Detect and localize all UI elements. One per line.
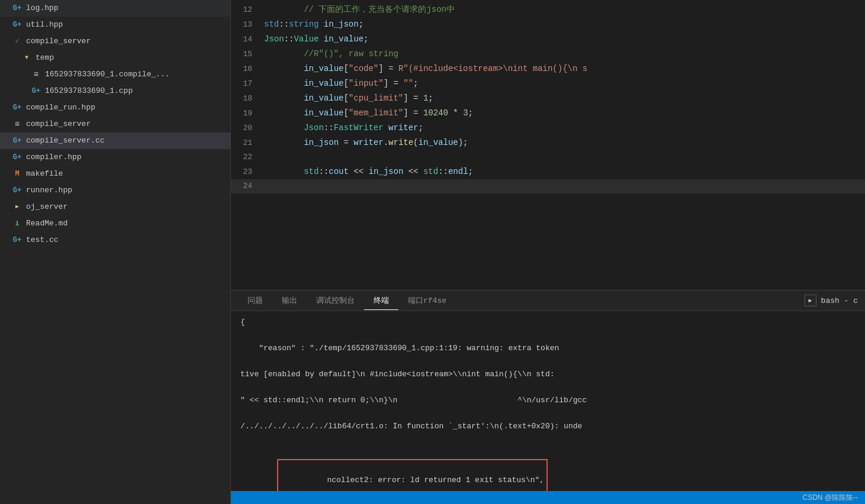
tab-debug-label: 调试控制台 — [316, 296, 355, 305]
line-num-19: 19 — [236, 106, 264, 121]
code-line-16: 16 in_value["code"] = R"(#include<iostre… — [231, 62, 865, 76]
sidebar-label-compile-file-1: 1652937833690_1.compile_... — [45, 68, 170, 81]
chevron-down-icon: ▼ — [21, 53, 32, 63]
code-line-18: 18 in_value["cpu_limit"] = 1; — [231, 91, 865, 106]
tab-problems-label: 问题 — [247, 296, 263, 305]
terminal-line-6-text: ncollect2: error: ld returned 1 exit sta… — [327, 476, 544, 484]
tab-problems[interactable]: 问题 — [238, 292, 272, 310]
chevron-right-icon: ▶ — [12, 202, 22, 212]
line-content-18: in_value["cpu_limit"] = 1; — [264, 91, 860, 105]
sidebar-label-util-hpp: util.hpp — [26, 18, 63, 31]
line-num-24: 24 — [236, 179, 264, 193]
tab-terminal-label: 终端 — [374, 296, 389, 305]
csdn-label: CSDN @陈陈陈-- — [802, 493, 858, 503]
sidebar-label-compile-run-hpp: compile_run.hpp — [26, 101, 95, 114]
line-content-17: in_value["input"] = ""; — [264, 76, 860, 91]
status-bar: CSDN @陈陈陈-- — [231, 491, 865, 504]
bash-label: bash - c — [821, 296, 858, 305]
line-num-21: 21 — [236, 136, 264, 150]
terminal-content[interactable]: { "reason" : "./temp/1652937833690_1.cpp… — [231, 311, 865, 491]
terminal-line-2: "reason" : "./temp/1652937833690_1.cpp:1… — [240, 342, 856, 355]
sidebar-item-compile-run-hpp[interactable]: G+ compile_run.hpp — [0, 99, 230, 116]
editor-area: 12 // 下面的工作，充当各个请求的json中 13 std::string … — [231, 0, 865, 290]
terminal-line-4: " << std::endl;\\n return 0;\\n}\n ^\n/u… — [240, 394, 856, 407]
tab-ports[interactable]: 端口rf4se — [398, 292, 456, 310]
sidebar-item-temp-folder[interactable]: ▼ temp — [0, 50, 230, 66]
terminal-line-6: ncollect2: error: ld returned 1 exit sta… — [240, 446, 856, 491]
line-num-20: 20 — [236, 121, 264, 135]
line-num-17: 17 — [236, 77, 264, 91]
code-line-14: 14 Json::Value in_value; — [231, 32, 865, 47]
sidebar-item-compile-server-cc[interactable]: G+ compile_server.cc — [0, 133, 230, 149]
code-line-20: 20 Json::FastWriter writer; — [231, 121, 865, 135]
sidebar-item-util-hpp[interactable]: G+ util.hpp — [0, 17, 230, 33]
panel-right-controls: ▶ bash - c — [805, 295, 858, 306]
sidebar-label-cpp-file-1: 1652937833690_1.cpp — [45, 85, 133, 98]
tab-output[interactable]: 输出 — [272, 292, 307, 310]
line-content-12: // 下面的工作，充当各个请求的json中 — [264, 2, 860, 17]
highlight-error-box: ncollect2: error: ld returned 1 exit sta… — [277, 459, 548, 491]
line-content-16: in_value["code"] = R"(#include<iostream>… — [264, 62, 860, 76]
file-icon-compile-run-hpp: G+ — [12, 102, 22, 113]
file-icon-runner-hpp: G+ — [12, 185, 22, 196]
line-content-21: in_json = writer.write(in_value); — [264, 135, 860, 150]
terminal-line-3: tive [enabled by default]\n #include<ios… — [240, 368, 856, 381]
sidebar-label-readme-md: ReadMe.md — [26, 217, 67, 230]
sidebar-label-compile-server-file: compile_server — [26, 118, 91, 131]
line-num-22: 22 — [236, 150, 264, 164]
terminal-line-1: { — [240, 316, 856, 329]
tab-terminal[interactable]: 终端 — [364, 292, 398, 310]
tab-ports-label: 端口rf4se — [408, 296, 446, 305]
sidebar-item-runner-hpp[interactable]: G+ runner.hpp — [0, 182, 230, 199]
line-content-15: //R"()", raw string — [264, 47, 860, 61]
code-line-17: 17 in_value["input"] = ""; — [231, 76, 865, 91]
sidebar-label-compile-server-folder: compile_server — [26, 35, 91, 48]
line-num-23: 23 — [236, 165, 264, 179]
line-content-23: std::cout << in_json << std::endl; — [264, 164, 860, 179]
terminal-line-5: /../../../../../../lib64/crt1.o: In func… — [240, 420, 856, 433]
sidebar-label-compiler-hpp: compiler.hpp — [26, 151, 82, 164]
code-line-19: 19 in_value["mem_limit"] = 10240 * 3; — [231, 106, 865, 121]
line-num-12: 12 — [236, 3, 264, 17]
code-line-24: 24 — [231, 179, 865, 193]
panel-tabs: 问题 输出 调试控制台 终端 端口rf4se ▶ bash - c — [231, 290, 865, 311]
file-icon-compile-server-file: ≡ — [12, 119, 22, 130]
line-content-13: std::string in_json; — [264, 17, 860, 31]
code-line-21: 21 in_json = writer.write(in_value); — [231, 135, 865, 150]
checkmark-icon: ✓ — [12, 36, 22, 47]
sidebar-label-log-hpp: log.hpp — [26, 2, 59, 15]
code-line-15: 15 //R"()", raw string — [231, 47, 865, 62]
line-content-20: Json::FastWriter writer; — [264, 121, 860, 135]
chevron-right-btn[interactable]: ▶ — [805, 295, 816, 306]
file-icon-makefile: M — [12, 169, 22, 179]
file-icon-readme-md: i — [12, 218, 22, 229]
code-line-12: 12 // 下面的工作，充当各个请求的json中 — [231, 2, 865, 17]
sidebar: G+ log.hpp G+ util.hpp ✓ compile_server … — [0, 0, 231, 504]
sidebar-item-test-cc[interactable]: G+ test.cc — [0, 232, 230, 248]
sidebar-item-compile-server-folder[interactable]: ✓ compile_server — [0, 33, 230, 50]
sidebar-label-test-cc: test.cc — [26, 234, 59, 247]
tab-output-label: 输出 — [282, 296, 297, 305]
line-content-14: Json::Value in_value; — [264, 32, 860, 46]
code-content: 12 // 下面的工作，充当各个请求的json中 13 std::string … — [231, 0, 865, 290]
sidebar-item-compiler-hpp[interactable]: G+ compiler.hpp — [0, 149, 230, 166]
sidebar-item-cpp-file-1[interactable]: G+ 1652937833690_1.cpp — [0, 83, 230, 99]
sidebar-item-log-hpp[interactable]: G+ log.hpp — [0, 0, 230, 17]
sidebar-item-compile-file-1[interactable]: ≡ 1652937833690_1.compile_... — [0, 66, 230, 83]
line-num-18: 18 — [236, 92, 264, 106]
sidebar-label-oj-server-folder: oj_server — [26, 201, 67, 214]
sidebar-item-oj-server-folder[interactable]: ▶ oj_server — [0, 199, 230, 215]
line-num-16: 16 — [236, 62, 264, 76]
sidebar-label-temp-folder: temp — [36, 51, 54, 64]
sidebar-item-makefile[interactable]: M makefile — [0, 166, 230, 182]
line-num-15: 15 — [236, 47, 264, 62]
sidebar-label-runner-hpp: runner.hpp — [26, 184, 72, 197]
main-area: 12 // 下面的工作，充当各个请求的json中 13 std::string … — [231, 0, 865, 504]
tab-debug[interactable]: 调试控制台 — [307, 292, 364, 310]
file-icon-util-hpp: G+ — [12, 20, 22, 30]
sidebar-item-readme-md[interactable]: i ReadMe.md — [0, 215, 230, 232]
sidebar-item-compile-server-file[interactable]: ≡ compile_server — [0, 116, 230, 133]
file-icon-cpp-1: G+ — [31, 86, 41, 96]
line-content-19: in_value["mem_limit"] = 10240 * 3; — [264, 106, 860, 120]
file-icon-log-hpp: G+ — [12, 3, 22, 14]
